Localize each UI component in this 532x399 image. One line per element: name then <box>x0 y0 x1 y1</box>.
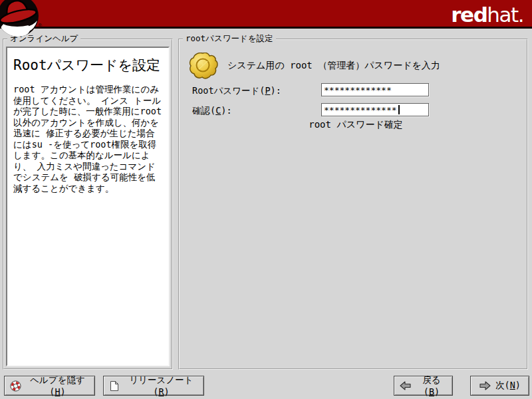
confirm-password-label: 確認(C): <box>192 105 232 117</box>
back-label: 戻る(B) <box>416 374 447 397</box>
next-button[interactable]: 次(N) <box>470 376 529 396</box>
logotype-red: red <box>451 3 487 27</box>
online-help-panel: オンラインヘルプ Rootパスワードを設定 root アカウントは管理作業にのみ… <box>3 39 173 370</box>
hide-help-label: ヘルプを隠す(H) <box>26 374 89 397</box>
button-bar: ヘルプを隠す(H) リリースノート(R) 戻る(B) 次(N) <box>0 372 532 399</box>
logotype-dot: . <box>518 3 523 27</box>
document-icon <box>109 380 120 392</box>
root-password-label: Rootパスワード(P): <box>192 85 281 97</box>
hide-help-button[interactable]: ヘルプを隠す(H) <box>4 376 95 396</box>
next-label: 次(N) <box>495 380 521 392</box>
root-password-panel-legend: rootパスワードを設定 <box>183 34 276 43</box>
release-notes-button[interactable]: リリースノート(R) <box>103 376 204 396</box>
header-bar: redhat. <box>0 0 532 29</box>
release-notes-label: リリースノート(R) <box>124 374 198 397</box>
confirm-password-input[interactable] <box>321 103 429 116</box>
help-body-text: root アカウントは管理作業にのみ使用してください。 インス トールが完了した… <box>13 84 162 194</box>
root-password-input[interactable] <box>321 83 429 96</box>
arrow-right-icon <box>479 380 491 391</box>
arrow-left-icon <box>400 380 412 391</box>
registered-trademark: ® <box>37 23 43 29</box>
password-match-status: root パスワード確定 <box>276 119 436 131</box>
text-caret <box>398 105 400 114</box>
instruction-row: システム用の root （管理者）パスワードを入力 <box>188 53 440 79</box>
help-title: Rootパスワードを設定 <box>13 56 164 74</box>
help-text-area: Rootパスワードを設定 root アカウントは管理作業にのみ使用してください。… <box>6 47 170 366</box>
root-password-panel: rootパスワードを設定 システム用の root （管理者）パスワードを入力 R… <box>178 39 528 370</box>
instruction-text: システム用の root （管理者）パスワードを入力 <box>227 60 440 72</box>
redhat-shadowman-logo-icon <box>0 0 47 39</box>
logotype-hat: hat <box>487 3 517 27</box>
gold-badge-icon <box>188 53 219 79</box>
redhat-logotype: redhat. <box>451 3 523 27</box>
lifebuoy-icon <box>10 380 21 392</box>
back-button[interactable]: 戻る(B) <box>394 376 453 396</box>
